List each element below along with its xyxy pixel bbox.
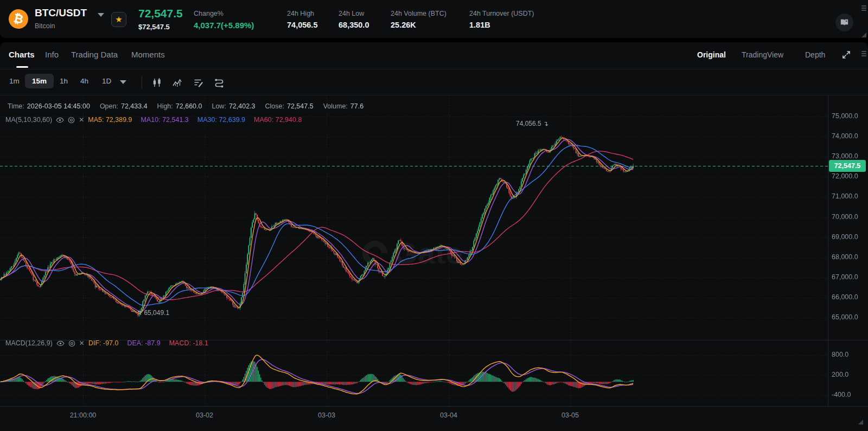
ohlc-item: Time:2026-03-05 14:45:00 — [8, 102, 90, 110]
tab-trading-data[interactable]: Trading Data — [71, 50, 118, 59]
tab-depth[interactable]: Depth — [805, 50, 825, 59]
timeframe-dropdown-caret[interactable] — [120, 80, 126, 84]
scrollbar-handle[interactable] — [861, 51, 866, 57]
favorite-star-button[interactable]: ★ — [111, 12, 126, 27]
ohlc-item: Close:72,547.5 — [265, 102, 314, 110]
chevron-down-icon[interactable] — [98, 13, 104, 17]
ma-value: MA60: 72,940.8 — [254, 116, 302, 124]
last-price-badge: 72,547.5 — [829, 160, 866, 172]
macd-axis-label: -400.0 — [832, 391, 851, 398]
macd-legend: MACD(12,26,9) ✕ DIF: -97.0DEA: -87.9MACD… — [5, 339, 217, 347]
orderbook-button[interactable] — [835, 14, 853, 31]
eye-icon[interactable] — [56, 117, 64, 123]
stat-change: Change% 4,037.7(+5.89%) — [194, 10, 254, 30]
stat-label: Change% — [194, 10, 254, 17]
stat-24h-volume: 24h Volume (BTC) 25.26K — [391, 10, 446, 29]
x-axis-label: 03-05 — [561, 411, 579, 419]
high-price-annotation: 74,056.5 ↴ — [516, 120, 548, 127]
active-tab-underline — [16, 66, 28, 68]
y-axis-label: 71,000.0 — [832, 192, 858, 200]
indicator-settings-icon[interactable] — [68, 117, 75, 124]
candlestick-icon — [152, 78, 162, 88]
stat-label: 24h Volume (BTC) — [391, 10, 446, 17]
expand-icon — [841, 50, 851, 60]
ohlc-legend: Time:2026-03-05 14:45:00Open:72,433.4Hig… — [8, 102, 373, 110]
y-axis-label: 74,000.0 — [832, 132, 858, 140]
macd-axis-label: 800.0 — [832, 351, 848, 358]
compare-button[interactable] — [214, 78, 225, 88]
tab-original[interactable]: Original — [697, 50, 726, 59]
tab-info[interactable]: Info — [45, 50, 59, 59]
x-axis-label: 03-04 — [440, 411, 457, 419]
stat-value: 4,037.7(+5.89%) — [194, 21, 254, 30]
ma-value: MA5: 72,389.9 — [88, 116, 132, 124]
macd-title: MACD(12,26,9) — [5, 339, 53, 347]
y-axis-label: 72,000.0 — [832, 172, 858, 180]
chart-resize-handle[interactable] — [858, 420, 863, 424]
fullscreen-button[interactable] — [841, 50, 851, 60]
ma-legend: MA(5,10,30,60) ✕ MA5: 72,389.9MA10: 72,5… — [5, 116, 310, 124]
x-axis-label: 21:00:00 — [70, 411, 97, 419]
chart-region: Time:2026-03-05 14:45:00Open:72,433.4Hig… — [0, 95, 868, 407]
x-axis-label: 03-02 — [196, 411, 213, 419]
ma-values: MA5: 72,389.9MA10: 72,541.3MA30: 72,639.… — [88, 116, 310, 124]
y-axis-label: 65,000.0 — [832, 313, 858, 321]
chart-style-button[interactable] — [152, 78, 162, 88]
gate-logo-icon — [357, 235, 392, 271]
tab-charts[interactable]: Charts — [9, 50, 35, 59]
ohlc-item: Open:72,433.4 — [100, 102, 148, 110]
y-axis-label: 66,000.0 — [832, 293, 858, 301]
y-axis-label: 68,000.0 — [832, 253, 858, 261]
timeframe-1m[interactable]: 1m — [9, 77, 20, 85]
stat-label: 24h Low — [339, 10, 369, 17]
pair-selector[interactable]: BTC/USDT — [35, 7, 87, 19]
ma-title: MA(5,10,30,60) — [5, 116, 52, 124]
y-axis-label: 75,000.0 — [832, 112, 858, 120]
chart-tabs: Charts Info Trading Data Moments Origina… — [0, 42, 868, 69]
stat-value: 68,350.0 — [339, 21, 369, 29]
close-icon[interactable]: ✕ — [79, 116, 84, 124]
gate-watermark: Gate — [362, 235, 464, 271]
pair-full-name: Bitcoin — [35, 22, 55, 30]
close-icon[interactable]: ✕ — [79, 339, 85, 347]
star-icon: ★ — [115, 15, 122, 24]
header-resize-handle[interactable] — [861, 33, 866, 37]
ohlc-item: Volume:77.6 — [323, 102, 364, 110]
macd-value: MACD: -18.1 — [169, 339, 208, 347]
timeframe-15m[interactable]: 15m — [25, 74, 54, 88]
stat-label: 24h High — [287, 10, 317, 17]
timeframe-1h[interactable]: 1h — [60, 77, 68, 85]
y-axis-label: 69,000.0 — [832, 233, 858, 241]
stat-value: 74,056.5 — [287, 21, 317, 29]
stat-value: 1.81B — [469, 21, 534, 29]
watermark-text: Gate — [394, 235, 464, 271]
timeframe-1d[interactable]: 1D — [102, 77, 111, 85]
draw-tools-button[interactable] — [193, 78, 203, 88]
indicators-button[interactable] — [172, 78, 182, 88]
macd-values: DIF: -97.0DEA: -87.9MACD: -18.1 — [88, 339, 217, 347]
stat-24h-high: 24h High 74,056.5 — [287, 10, 317, 29]
toolbar-divider — [142, 76, 142, 89]
pair-header: ₿ BTC/USDT Bitcoin ★ 72,547.5 $72,547.5 … — [0, 0, 868, 38]
timeframe-4h[interactable]: 4h — [80, 77, 88, 85]
eye-icon[interactable] — [56, 340, 65, 346]
indicator-settings-icon[interactable] — [68, 340, 75, 347]
macd-axis-label: 200.0 — [832, 371, 848, 378]
overlay-swap-icon — [214, 78, 225, 88]
macd-value: DIF: -97.0 — [88, 339, 119, 347]
indicator-line-icon — [172, 78, 182, 88]
low-price-annotation: ↰ 65,049.1 — [137, 309, 169, 317]
y-axis-label: 67,000.0 — [832, 273, 858, 281]
scrollbar-handle[interactable] — [861, 5, 866, 12]
last-price: 72,547.5 — [138, 7, 183, 20]
ma-value: MA30: 72,639.9 — [197, 116, 245, 124]
y-axis-label: 73,000.0 — [832, 152, 858, 160]
edit-lines-icon — [193, 78, 203, 88]
chart-toolbar: 1m 15m 1h 4h 1D — [0, 69, 868, 95]
x-axis-label: 03-03 — [318, 411, 335, 419]
tab-moments[interactable]: Moments — [131, 50, 165, 59]
tab-tradingview[interactable]: TradingView — [742, 50, 783, 59]
bitcoin-logo-icon: ₿ — [7, 8, 30, 31]
time-axis[interactable]: 21:00:0003-0203-0303-0403-05 — [0, 407, 868, 431]
y-axis-label: 70,000.0 — [832, 213, 858, 221]
